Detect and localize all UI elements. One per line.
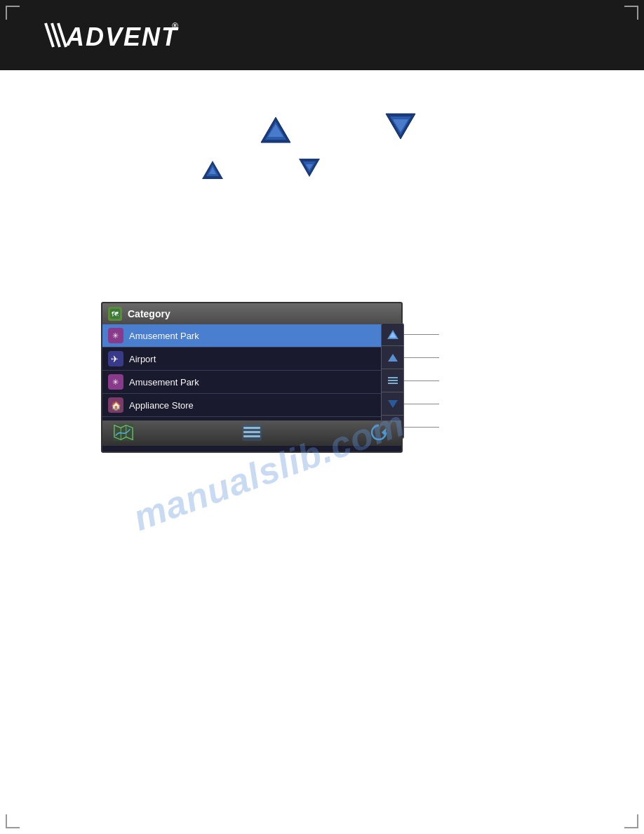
scroll-down-icon: [388, 400, 398, 408]
small-down-arrow[interactable]: [297, 157, 321, 181]
svg-text:🏠: 🏠: [111, 400, 121, 411]
list-item[interactable]: ✳ Amusement Park: [102, 324, 401, 348]
advent-logo: ADVENT ®: [42, 18, 182, 53]
category-header-icon: 🗺: [108, 307, 122, 321]
header-bar: ADVENT ®: [0, 0, 644, 70]
scroll-up-icon: [388, 354, 398, 362]
back-toolbar-button[interactable]: [370, 423, 391, 442]
callout-line-5: [404, 427, 439, 428]
category-header: 🗺 Category: [102, 303, 401, 324]
navigation-arrows-area: [0, 109, 644, 200]
large-down-arrow[interactable]: [384, 112, 417, 143]
svg-marker-37: [382, 428, 386, 437]
corner-mark-bl: [6, 814, 20, 828]
corner-mark-tl: [6, 6, 20, 20]
amusement-park-icon: ✳: [108, 328, 123, 343]
scroll-to-top-button[interactable]: [381, 323, 404, 346]
svg-rect-35: [243, 431, 260, 433]
list-item-label: Amusement Park: [129, 331, 396, 341]
scroll-up-button[interactable]: [381, 346, 404, 369]
amusement-park-icon-2: ✳: [108, 374, 123, 390]
callout-line-1: [404, 334, 439, 335]
list-toolbar-button[interactable]: [241, 423, 262, 442]
scroll-page-button[interactable]: [381, 369, 404, 392]
list-item[interactable]: ✳ Amusement Park: [102, 371, 401, 394]
list-item[interactable]: ✈ Airport: [102, 348, 401, 371]
list-item[interactable]: 🏠 Appliance Store: [102, 394, 401, 417]
list-item-label: Airport: [129, 354, 396, 364]
corner-mark-tr: [624, 6, 638, 20]
svg-text:✈: ✈: [111, 354, 119, 364]
list-icon: [242, 424, 262, 441]
map-icon: [113, 423, 134, 442]
small-up-arrow[interactable]: [201, 159, 224, 183]
svg-text:✳: ✳: [112, 331, 119, 340]
gps-toolbar: [101, 421, 403, 446]
list-item-label: Amusement Park: [129, 377, 396, 388]
svg-text:ADVENT: ADVENT: [65, 22, 179, 51]
svg-text:®: ®: [172, 21, 180, 31]
callout-line-3: [404, 380, 439, 381]
back-icon: [370, 424, 390, 441]
svg-rect-36: [243, 435, 260, 437]
callout-line-2: [404, 357, 439, 358]
airport-icon: ✈: [108, 351, 123, 366]
scroll-down-button[interactable]: [381, 392, 404, 416]
category-title: Category: [128, 308, 170, 319]
appliance-store-icon: 🏠: [108, 397, 123, 413]
logo-svg: ADVENT ®: [42, 18, 182, 53]
corner-mark-br: [624, 814, 638, 828]
map-toolbar-button[interactable]: [113, 423, 134, 442]
list-item-label: Appliance Store: [129, 400, 396, 411]
scroll-top-icon: [387, 330, 398, 339]
callout-line-4: [404, 404, 439, 404]
svg-text:🗺: 🗺: [112, 310, 119, 318]
page-icon: [388, 377, 398, 384]
svg-rect-34: [243, 427, 260, 429]
large-up-arrow[interactable]: [260, 116, 292, 147]
svg-text:✳: ✳: [112, 378, 119, 386]
